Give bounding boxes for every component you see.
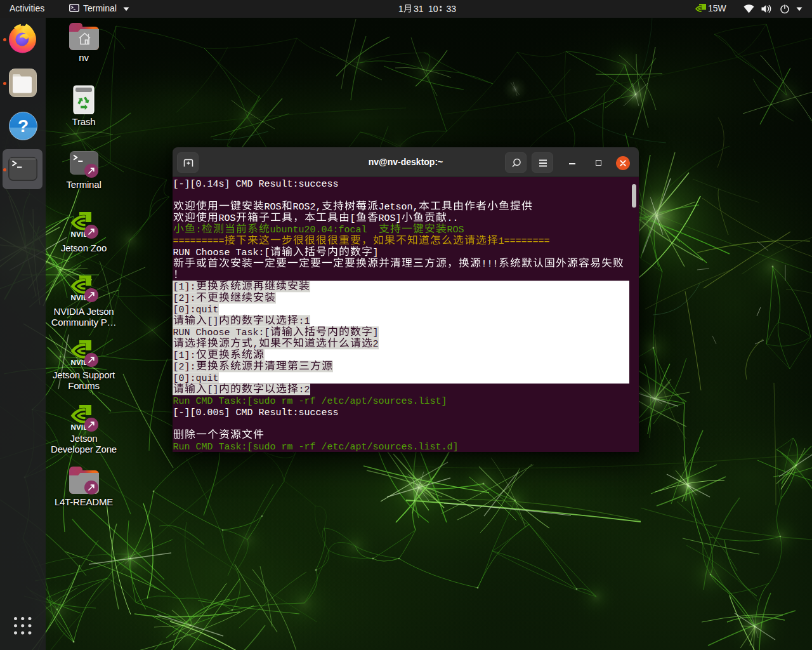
svg-text:2: 2: [373, 339, 379, 350]
svg-text:10: 10: [428, 4, 438, 14]
svg-text:,: ,: [253, 339, 259, 350]
svg-text:[-][0.14s] CMD Result:success: [-][0.14s] CMD Result:success: [173, 179, 339, 190]
svg-text:[0]:quit: [0]:quit: [173, 305, 219, 315]
svg-text:ROS: ROS: [265, 202, 282, 213]
svg-text:Jetson,: Jetson,: [379, 202, 419, 213]
svg-text:ROS: ROS: [219, 213, 236, 224]
svg-text:..: ..: [447, 213, 459, 224]
svg-text:1========: 1========: [499, 236, 550, 247]
svg-text:ubuntu20.04:focal: ubuntu20.04:focal: [270, 225, 379, 235]
svg-text:ROS: ROS: [447, 225, 464, 235]
svg-text:=========: =========: [173, 236, 225, 247]
svg-text::: :: [196, 225, 202, 235]
svg-text:[0]:quit: [0]:quit: [173, 373, 219, 384]
svg-text:ROS2,: ROS2,: [293, 202, 322, 213]
svg-text:[1]:: [1]:: [173, 350, 196, 361]
svg-text::2: :2: [299, 385, 310, 395]
svg-text:[: [: [350, 213, 356, 224]
svg-text:[2]:: [2]:: [173, 293, 196, 304]
svg-text:[2]:: [2]:: [173, 362, 196, 373]
svg-text:?: ?: [18, 116, 29, 136]
svg-text:[-][0.00s] CMD Result:success: [-][0.00s] CMD Result:success: [173, 408, 339, 418]
svg-text:]: ]: [373, 248, 379, 258]
svg-text::1: :1: [299, 316, 310, 327]
svg-text:Run CMD Task:[sudo rm -rf /etc: Run CMD Task:[sudo rm -rf /etc/apt/sourc…: [173, 396, 447, 407]
svg-text:]: ]: [373, 328, 379, 338]
svg-text:RUN Choose Task:[: RUN Choose Task:[: [173, 248, 270, 258]
svg-text:[1]:: [1]:: [173, 282, 196, 293]
svg-text:1: 1: [398, 4, 403, 14]
svg-text:[]: []: [207, 316, 219, 327]
svg-text:31: 31: [414, 4, 424, 14]
svg-text:[]: []: [207, 385, 219, 395]
svg-text:33: 33: [447, 4, 457, 14]
svg-text:ROS]: ROS]: [379, 213, 402, 224]
svg-text:Run CMD Task:[sudo rm -rf /etc: Run CMD Task:[sudo rm -rf /etc/apt/sourc…: [173, 442, 459, 452]
svg-text:RUN Choose Task:[: RUN Choose Task:[: [173, 328, 270, 338]
svg-text:!!!: !!!: [481, 259, 499, 270]
